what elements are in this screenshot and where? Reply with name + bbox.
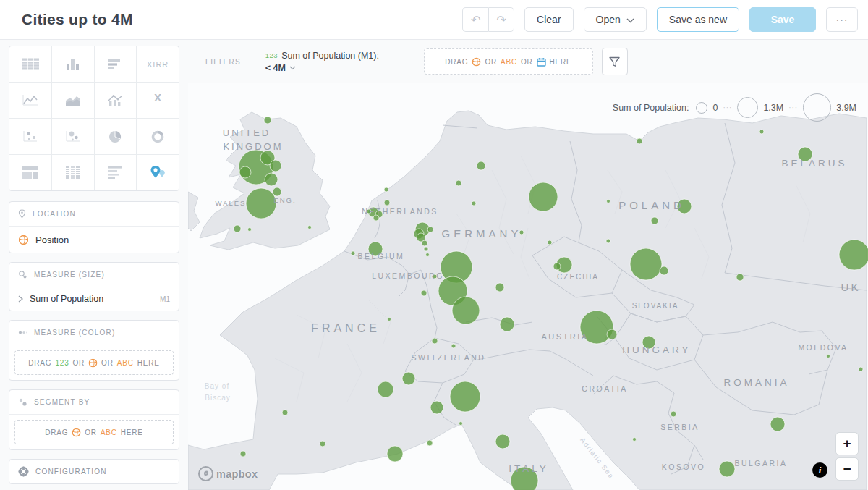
location-panel-header[interactable]: LOCATION	[9, 202, 179, 226]
city-bubble[interactable]	[308, 226, 312, 229]
chart-type-scatter-chart[interactable]	[9, 119, 51, 154]
segment-by-dropzone[interactable]: DRAGORABCHERE	[14, 420, 174, 444]
city-bubble[interactable]	[427, 227, 433, 232]
city-bubble[interactable]	[495, 434, 510, 449]
city-bubble[interactable]	[427, 440, 433, 446]
city-bubble[interactable]	[637, 138, 642, 144]
city-bubble[interactable]	[430, 401, 443, 414]
city-bubble[interactable]	[265, 173, 278, 186]
location-position-item[interactable]: Position	[9, 226, 179, 253]
chart-type-pie-chart[interactable]	[95, 119, 137, 154]
chart-type-bar-chart[interactable]	[95, 46, 137, 82]
chart-type-combo-chart[interactable]	[95, 83, 137, 118]
city-bubble[interactable]	[378, 381, 393, 397]
city-bubble[interactable]	[606, 239, 610, 243]
measure-size-icon	[18, 270, 27, 279]
city-bubble[interactable]	[388, 318, 391, 321]
city-bubble[interactable]	[384, 200, 390, 206]
city-bubble[interactable]	[736, 274, 744, 281]
map-label-germany: GERMANY	[442, 227, 522, 240]
clear-button[interactable]: Clear	[524, 7, 573, 32]
segment-by-header[interactable]: SEGMENT BY	[9, 390, 179, 414]
redo-icon: ↷	[496, 13, 506, 27]
map-info-button[interactable]: i	[812, 462, 827, 478]
city-bubble[interactable]	[421, 290, 427, 296]
configuration-header[interactable]: CONFIGURATION	[9, 460, 179, 483]
city-bubble[interactable]	[529, 182, 558, 211]
city-bubble[interactable]	[839, 240, 868, 270]
chart-type-table[interactable]	[9, 46, 51, 82]
city-bubble[interactable]	[760, 130, 764, 134]
city-bubble[interactable]	[384, 187, 388, 192]
city-bubble[interactable]	[426, 253, 430, 257]
open-button[interactable]: Open	[584, 7, 647, 32]
city-bubble[interactable]	[248, 228, 252, 232]
city-bubble[interactable]	[432, 338, 438, 344]
chart-type-formula-x[interactable]: X─── ───	[137, 83, 179, 118]
city-bubble[interactable]	[607, 200, 610, 203]
chart-type-area-chart[interactable]	[52, 83, 94, 118]
city-bubble[interactable]	[548, 240, 552, 245]
city-bubble[interactable]	[450, 381, 480, 412]
map-canvas[interactable]: UNITEDKINGDOMWALESENG.NETHERLANDSGERMANY…	[188, 83, 868, 490]
city-bubble[interactable]	[859, 367, 863, 371]
city-bubble[interactable]	[495, 283, 504, 292]
save-as-new-button[interactable]: Save as new	[657, 7, 739, 32]
city-bubble[interactable]	[500, 317, 514, 331]
measure-size-header[interactable]: MEASURE (SIZE)	[9, 263, 179, 287]
measure-color-header[interactable]: MEASURE (COLOR)	[9, 321, 179, 345]
city-bubble[interactable]	[373, 215, 379, 221]
city-bubble[interactable]	[633, 438, 637, 442]
zoom-in-button[interactable]: +	[835, 432, 859, 455]
legend-title: Sum of Population:	[613, 103, 689, 113]
city-bubble[interactable]	[424, 247, 428, 251]
redo-button[interactable]: ↷	[488, 7, 514, 32]
city-bubble[interactable]	[630, 248, 662, 280]
chart-type-line-chart[interactable]	[9, 83, 51, 118]
city-bubble[interactable]	[452, 297, 480, 324]
filter-dropzone[interactable]: DRAGORABCORHERE	[424, 48, 593, 75]
chart-type-text-table[interactable]	[95, 155, 137, 190]
city-bubble[interactable]	[402, 372, 415, 385]
filter-sum-of-population[interactable]: 123 Sum of Population (M1): < 4M	[265, 51, 379, 73]
city-bubble[interactable]	[660, 266, 668, 275]
city-bubble[interactable]	[387, 446, 403, 462]
city-bubble[interactable]	[246, 188, 276, 219]
city-bubble[interactable]	[553, 263, 561, 270]
city-bubble[interactable]	[651, 217, 658, 224]
city-bubble[interactable]	[827, 355, 830, 358]
filter-funnel-button[interactable]	[602, 48, 628, 75]
city-bubble[interactable]	[472, 201, 476, 206]
city-bubble[interactable]	[270, 160, 281, 172]
city-bubble[interactable]	[422, 240, 427, 246]
zoom-out-button[interactable]: −	[835, 457, 859, 481]
chart-type-donut-chart[interactable]	[137, 119, 179, 154]
city-bubble[interactable]	[264, 117, 271, 124]
city-bubble[interactable]	[351, 251, 355, 255]
measure-color-dropzone[interactable]: DRAG123ORORABCHERE	[14, 350, 174, 375]
mapbox-attribution[interactable]: mapbox	[198, 466, 258, 481]
city-bubble[interactable]	[477, 161, 485, 170]
city-bubble[interactable]	[607, 329, 617, 339]
chart-type-map-chart[interactable]	[137, 155, 179, 190]
chart-type-pivot-table[interactable]	[52, 155, 94, 190]
city-bubble[interactable]	[459, 422, 463, 426]
more-options-button[interactable]: ···	[826, 7, 858, 32]
city-bubble[interactable]	[240, 451, 246, 457]
city-bubble[interactable]	[671, 411, 676, 417]
chart-type-xirr[interactable]: XIRR	[137, 46, 179, 82]
city-bubble[interactable]	[320, 441, 326, 447]
city-bubble[interactable]	[234, 225, 241, 232]
city-bubble[interactable]	[770, 417, 785, 431]
city-bubble[interactable]	[719, 461, 735, 477]
city-bubble[interactable]	[456, 180, 461, 186]
chart-type-dashboard-layout[interactable]	[9, 155, 51, 190]
measure-size-item[interactable]: Sum of Population M1	[9, 287, 179, 311]
undo-button[interactable]: ↶	[462, 7, 488, 32]
city-bubble[interactable]	[239, 166, 251, 178]
chart-type-bubble-chart[interactable]	[52, 119, 94, 154]
city-bubble[interactable]	[451, 344, 456, 348]
chart-type-column-chart[interactable]	[52, 46, 94, 82]
city-bubble[interactable]	[282, 410, 288, 415]
save-button[interactable]: Save	[749, 7, 816, 32]
